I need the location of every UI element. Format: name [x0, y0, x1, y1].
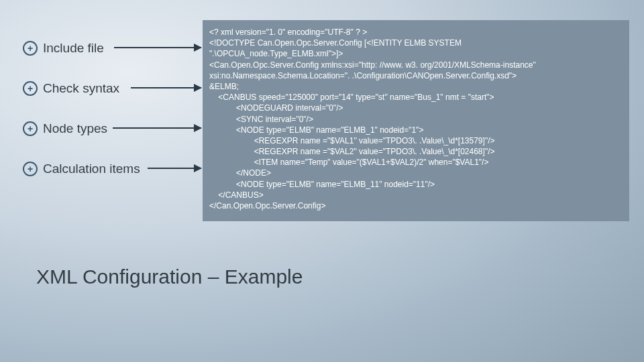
code-line: <REGEXPR name ="$VAL1" value="TPDO3\. .V… — [209, 136, 494, 145]
code-line: &ELMB; — [209, 82, 239, 91]
code-line: </CANBUS> — [209, 190, 264, 200]
bullet-list: + Include file + Check syntax + Node typ… — [23, 39, 197, 200]
arrow-icon — [131, 87, 201, 88]
code-line: <!DOCTYPE Can.Open.Opc.Server.Config [<!… — [209, 38, 462, 48]
plus-circle-icon: + — [23, 81, 38, 96]
bullet-check-syntax: + Check syntax — [23, 79, 197, 98]
slide-title: XML Configuration – Example — [36, 265, 303, 288]
code-line: <Can.Open.Opc.Server.Config xmlns:xsi="h… — [209, 60, 536, 70]
code-line: ".\OPCUA_node.Type_ELMB.xml">]> — [209, 49, 343, 58]
arrow-icon — [113, 127, 201, 129]
plus-circle-icon: + — [23, 121, 38, 136]
bullet-label: Check syntax — [43, 81, 119, 96]
bullet-include-file: + Include file — [23, 39, 197, 58]
code-line: <REGEXPR name ="$VAL2" value="TPDO3\. .V… — [209, 147, 494, 156]
code-line: <NODE type="ELMB" name="ELMB_1" nodeid="… — [209, 125, 423, 135]
code-line: <NODEGUARD interval="0"/> — [209, 103, 343, 113]
arrow-icon — [114, 47, 201, 48]
bullet-label: Node types — [43, 121, 107, 136]
bullet-label: Include file — [43, 41, 104, 56]
code-line: xsi:no.Namespace.Schema.Location=". .\Co… — [209, 71, 517, 80]
bullet-node-types: + Node types — [23, 119, 197, 138]
code-line: <ITEM name="Temp" value="($VAL1+$VAL2)/2… — [209, 158, 488, 167]
code-line: <SYNC interval="0"/> — [209, 115, 313, 124]
plus-circle-icon: + — [23, 41, 38, 56]
arrow-icon — [148, 168, 201, 169]
code-line: <? xml version="1. 0" encoding="UTF-8" ?… — [209, 27, 367, 37]
bullet-calculation-items: + Calculation items — [23, 160, 197, 178]
code-line: </NODE> — [209, 168, 271, 178]
code-line: <CANBUS speed="125000" port="14" type="s… — [209, 93, 494, 102]
code-line: <NODE type="ELMB" name="ELMB_11" nodeid=… — [209, 180, 435, 189]
slide: + Include file + Check syntax + Node typ… — [0, 0, 644, 362]
xml-code-block: <? xml version="1. 0" encoding="UTF-8" ?… — [203, 20, 629, 221]
plus-circle-icon: + — [23, 162, 38, 176]
code-line: </Can.Open.Opc.Server.Config> — [209, 201, 325, 210]
bullet-label: Calculation items — [43, 162, 140, 176]
